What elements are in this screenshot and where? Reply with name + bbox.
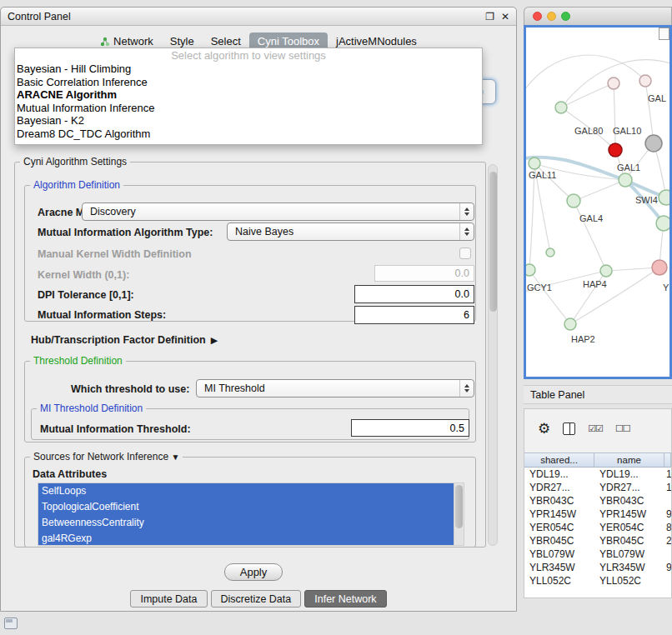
network-view-window: GAL80 GAL10 GAL GAL11 GAL1 SWI4 GAL4 GCY…	[524, 7, 672, 379]
network-node-pink[interactable]	[652, 260, 667, 275]
network-node-gal10[interactable]	[609, 143, 622, 157]
network-node-gal80[interactable]	[555, 102, 567, 113]
kernel-width-label: Kernel Width (0,1):	[38, 269, 129, 281]
table-row[interactable]: YLR345WYLR345W9.	[524, 561, 671, 574]
cell-shared-name: YDL19...	[524, 468, 594, 481]
table-row[interactable]: YBL079WYBL079W	[524, 548, 671, 561]
zoom-traffic-light[interactable]	[561, 12, 570, 21]
attribute-item[interactable]: TopologicalCoefficient	[38, 499, 454, 515]
attribute-list-scrollbar[interactable]	[454, 483, 464, 545]
cell-name: YBR045C	[594, 534, 664, 548]
table-panel-window: ⚙ ☑☑ ☐☐ shared... name YDL19...YDL19...1…	[524, 408, 672, 598]
network-node[interactable]	[656, 216, 669, 231]
app-root: Control Panel ❐ ✕ Network Style Select C…	[0, 0, 672, 635]
manual-kernel-label: Manual Kernel Width Definition	[38, 248, 192, 260]
combo-stepper-icon	[459, 380, 474, 397]
aracne-mode-value: Discovery	[90, 206, 136, 218]
attribute-list-scrollbar-thumb[interactable]	[455, 485, 463, 528]
aracne-mode-select[interactable]: Discovery	[82, 202, 474, 221]
cell-value	[664, 548, 671, 561]
network-node[interactable]	[546, 248, 554, 257]
select-all-icon[interactable]: ☑☑	[588, 423, 603, 434]
algorithm-option[interactable]: Bayesian - Hill Climbing	[15, 62, 482, 76]
cell-value: 9.	[664, 561, 671, 574]
algorithm-option[interactable]: Bayesian - K2	[15, 114, 482, 128]
which-threshold-select[interactable]: MI Threshold	[196, 379, 474, 398]
birdseye-toggle[interactable]	[659, 28, 669, 40]
attribute-item[interactable]: BetweennessCentrality	[38, 515, 454, 531]
group-title: MI Threshold Definition	[37, 402, 146, 414]
gear-icon[interactable]: ⚙	[538, 420, 550, 438]
deselect-all-icon[interactable]: ☐☐	[615, 423, 630, 434]
settings-scrollbar-thumb[interactable]	[489, 172, 497, 312]
network-node-gal1[interactable]	[619, 173, 632, 187]
network-node-gal11[interactable]	[529, 158, 540, 169]
minimize-traffic-light[interactable]	[547, 12, 556, 21]
cell-name: YDR27...	[594, 481, 664, 494]
attribute-item[interactable]: gal4RGexp	[38, 531, 454, 545]
columns-icon[interactable]	[563, 422, 575, 435]
close-icon[interactable]: ✕	[501, 11, 509, 22]
data-attributes-label: Data Attributes	[33, 468, 107, 480]
cell-name: YPR145W	[594, 508, 664, 521]
table-row[interactable]: YBR043CYBR043C	[524, 494, 671, 508]
algorithm-option[interactable]: Mutual Information Inference	[15, 102, 482, 115]
cell-value: 9.	[664, 508, 671, 521]
cell-shared-name: YBR043C	[524, 494, 594, 508]
manual-kernel-checkbox[interactable]	[459, 248, 471, 259]
table-row[interactable]: YDL19...YDL19...13	[524, 468, 671, 481]
algorithm-option[interactable]: Basic Correlation Inference	[15, 76, 482, 89]
network-node[interactable]	[639, 75, 651, 87]
tab-impute-data[interactable]: Impute Data	[130, 590, 207, 608]
algorithm-option-selected[interactable]: ARACNE Algorithm	[15, 88, 482, 102]
float-window-icon[interactable]: ❐	[485, 11, 494, 22]
table-row[interactable]: YER054CYER054C8.	[524, 521, 671, 534]
network-window-titlebar[interactable]	[524, 7, 672, 25]
mi-threshold-input[interactable]: 0.5	[351, 419, 469, 437]
network-node-swi4[interactable]	[659, 190, 669, 205]
mi-steps-input[interactable]: 6	[354, 306, 474, 324]
column-header-cut[interactable]	[664, 453, 671, 467]
dpi-tolerance-input[interactable]: 0.0	[354, 285, 474, 303]
apply-button[interactable]: Apply	[224, 563, 283, 581]
table-row[interactable]: YBR045CYBR045C2.	[524, 534, 671, 548]
group-title: Cyni Algorithm Settings	[20, 156, 130, 168]
cell-value: 13	[664, 468, 671, 481]
table-body: YDL19...YDL19...13 YDR27...YDR27...12 YB…	[524, 468, 671, 598]
sources-toggle[interactable]: Sources for Network Inference ▼	[30, 451, 183, 462]
restore-panel-icon[interactable]	[4, 618, 18, 629]
hub-section-toggle[interactable]: Hub/Transcription Factor Definition▶	[31, 334, 218, 346]
network-canvas[interactable]: GAL80 GAL10 GAL GAL11 GAL1 SWI4 GAL4 GCY…	[524, 25, 672, 379]
table-row[interactable]: YDR27...YDR27...12	[524, 481, 671, 494]
mi-type-label: Mutual Information Algorithm Type:	[38, 227, 213, 238]
cell-name: YDL19...	[594, 468, 664, 481]
network-edge	[561, 83, 614, 108]
algorithm-option[interactable]: Dream8 DC_TDC Algorithm	[15, 128, 482, 141]
attribute-item[interactable]: SelfLoops	[38, 483, 454, 499]
table-row[interactable]: YPR145WYPR145W9.	[524, 508, 671, 521]
tab-discretize-data[interactable]: Discretize Data	[211, 590, 302, 608]
network-edge	[614, 83, 615, 150]
kernel-width-input[interactable]: 0.0	[374, 265, 474, 282]
mi-type-select[interactable]: Naive Bayes	[227, 222, 474, 241]
control-panel-title: Control Panel	[8, 11, 71, 22]
network-node-gray-hub[interactable]	[645, 135, 662, 152]
network-node[interactable]	[608, 78, 619, 89]
network-node-hap4[interactable]	[600, 265, 612, 277]
tab-infer-network[interactable]: Infer Network	[304, 590, 386, 608]
close-traffic-light[interactable]	[533, 12, 542, 21]
bottom-tab-strip: Impute Data Discretize Data Infer Networ…	[1, 590, 516, 608]
network-node-hap2[interactable]	[564, 318, 576, 330]
table-row[interactable]: YLL052CYLL052C	[524, 574, 671, 588]
control-panel-window: Control Panel ❐ ✕ Network Style Select C…	[0, 7, 517, 612]
settings-scrollbar[interactable]	[488, 164, 498, 546]
node-label: GAL80	[574, 126, 603, 136]
network-node-gal4[interactable]	[567, 194, 580, 208]
column-header-name[interactable]: name	[594, 453, 664, 467]
cell-shared-name: YPR145W	[524, 508, 594, 521]
control-panel-titlebar[interactable]: Control Panel ❐ ✕	[1, 8, 516, 26]
hub-section-label: Hub/Transcription Factor Definition	[31, 334, 206, 346]
which-threshold-value: MI Threshold	[204, 382, 265, 394]
column-header-shared[interactable]: shared...	[524, 453, 594, 467]
network-node-gcy1[interactable]	[526, 264, 535, 276]
